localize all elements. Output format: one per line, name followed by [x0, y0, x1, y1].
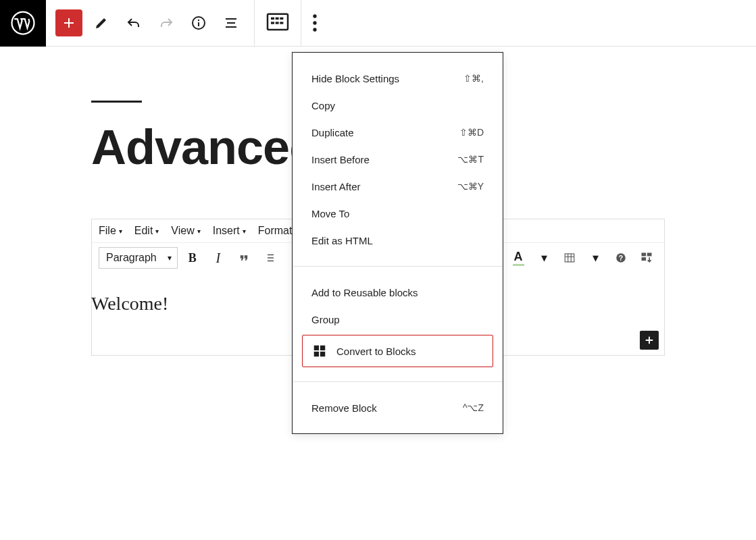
more-vertical-icon — [301, 9, 328, 36]
menu-group[interactable]: Group — [293, 306, 503, 333]
menu-shortcut: ⇧⌘, — [463, 73, 484, 84]
menu-label: Hide Block Settings — [311, 73, 399, 84]
toolbar-primary-group — [46, 0, 254, 46]
classic-icon — [264, 9, 291, 36]
svg-rect-4 — [271, 18, 274, 20]
menu-label: Convert to Blocks — [336, 346, 416, 357]
menu-view[interactable]: View▾ — [171, 225, 200, 237]
insert-block-button[interactable] — [640, 331, 659, 350]
block-more-options-button[interactable] — [301, 9, 328, 36]
menu-shortcut: ⇧⌘D — [459, 127, 484, 138]
toolbar-block-group — [255, 0, 301, 46]
redo-icon — [158, 15, 174, 31]
menu-move-to[interactable]: Move To — [293, 200, 503, 227]
outline-icon — [223, 15, 239, 31]
menu-shortcut: ⌥⌘T — [457, 154, 484, 165]
svg-rect-18 — [642, 257, 647, 261]
menu-file-label: File — [99, 225, 116, 237]
menu-edit-as-html[interactable]: Edit as HTML — [293, 227, 503, 254]
format-select[interactable]: Paragraph — [99, 247, 178, 269]
pencil-icon — [93, 15, 109, 31]
chevron-down-icon: ▾ — [197, 227, 201, 235]
redo-button[interactable] — [153, 9, 180, 36]
add-block-button[interactable] — [55, 9, 82, 36]
svg-point-11 — [313, 21, 316, 24]
svg-rect-17 — [647, 253, 652, 256]
menu-shortcut: ⌥⌘Y — [457, 181, 484, 192]
menu-insert[interactable]: Insert▾ — [213, 225, 246, 237]
plus-icon — [61, 15, 77, 31]
format-select-label: Paragraph — [106, 252, 157, 264]
menu-label: Copy — [311, 100, 335, 111]
edit-mode-button[interactable] — [88, 9, 115, 36]
menu-insert-after[interactable]: Insert After ⌥⌘Y — [293, 173, 503, 200]
bold-button[interactable]: B — [182, 247, 203, 269]
info-button[interactable] — [185, 9, 212, 36]
kitchen-sink-button[interactable] — [636, 247, 657, 269]
chevron-down-icon: ▾ — [243, 227, 246, 235]
menu-label: Remove Block — [311, 402, 377, 414]
quote-icon — [238, 252, 250, 264]
svg-rect-9 — [280, 22, 283, 24]
table-dropdown[interactable]: ▾ — [584, 247, 606, 269]
menu-edit-label: Edit — [134, 225, 153, 237]
menu-add-reusable[interactable]: Add to Reusable blocks — [293, 279, 503, 306]
menu-hide-block-settings[interactable]: Hide Block Settings ⇧⌘, — [293, 65, 503, 92]
svg-rect-20 — [320, 346, 325, 350]
menu-format-label: Format — [258, 225, 293, 237]
svg-point-12 — [313, 28, 316, 31]
quote-button[interactable] — [233, 247, 255, 269]
menu-insert-before[interactable]: Insert Before ⌥⌘T — [293, 146, 503, 173]
title-separator — [91, 101, 142, 103]
undo-icon — [126, 15, 142, 31]
text-color-button[interactable]: A — [507, 247, 529, 269]
menu-view-label: View — [171, 225, 194, 237]
menu-edit[interactable]: Edit▾ — [134, 225, 159, 237]
menu-convert-to-blocks[interactable]: Convert to Blocks — [302, 335, 493, 367]
svg-rect-19 — [314, 346, 319, 350]
menu-insert-label: Insert — [213, 225, 240, 237]
svg-text:?: ? — [619, 254, 623, 262]
undo-button[interactable] — [120, 9, 147, 36]
italic-button[interactable]: I — [207, 247, 229, 269]
table-button[interactable] — [559, 247, 580, 269]
chevron-down-icon: ▾ — [119, 227, 122, 235]
text-color-dropdown[interactable]: ▾ — [533, 247, 555, 269]
menu-copy[interactable]: Copy — [293, 92, 503, 119]
menu-file[interactable]: File▾ — [99, 225, 122, 237]
menu-shortcut: ^⌥Z — [463, 402, 484, 413]
blocks-icon — [312, 344, 327, 358]
menu-label: Insert Before — [311, 154, 370, 165]
menu-label: Add to Reusable blocks — [311, 287, 418, 298]
menu-format[interactable]: Format — [258, 225, 293, 237]
table-icon — [563, 252, 576, 264]
plus-icon — [643, 334, 655, 346]
outline-button[interactable] — [218, 9, 245, 36]
menu-label: Insert After — [311, 181, 361, 192]
menu-label: Move To — [311, 208, 349, 219]
svg-rect-5 — [276, 18, 279, 20]
info-icon — [191, 15, 207, 31]
wordpress-icon — [11, 11, 35, 35]
wordpress-logo[interactable] — [0, 0, 46, 47]
svg-rect-8 — [276, 22, 279, 24]
svg-rect-22 — [320, 352, 325, 356]
help-button[interactable]: ? — [610, 247, 632, 269]
svg-point-2 — [198, 20, 199, 21]
svg-point-0 — [12, 12, 34, 34]
menu-label: Edit as HTML — [311, 235, 373, 246]
menu-label: Duplicate — [311, 127, 354, 138]
help-icon: ? — [615, 252, 627, 264]
menu-remove-block[interactable]: Remove Block ^⌥Z — [293, 394, 503, 421]
menu-label: Group — [311, 314, 340, 325]
svg-rect-21 — [314, 352, 319, 356]
svg-point-10 — [313, 14, 316, 18]
list-button[interactable] — [259, 247, 280, 269]
menu-duplicate[interactable]: Duplicate ⇧⌘D — [293, 119, 503, 146]
svg-rect-6 — [280, 18, 283, 20]
classic-block-button[interactable] — [264, 9, 291, 36]
svg-rect-16 — [642, 253, 647, 256]
block-options-menu: Hide Block Settings ⇧⌘, Copy Duplicate ⇧… — [292, 52, 503, 434]
top-toolbar — [0, 0, 756, 47]
list-icon — [263, 252, 276, 264]
